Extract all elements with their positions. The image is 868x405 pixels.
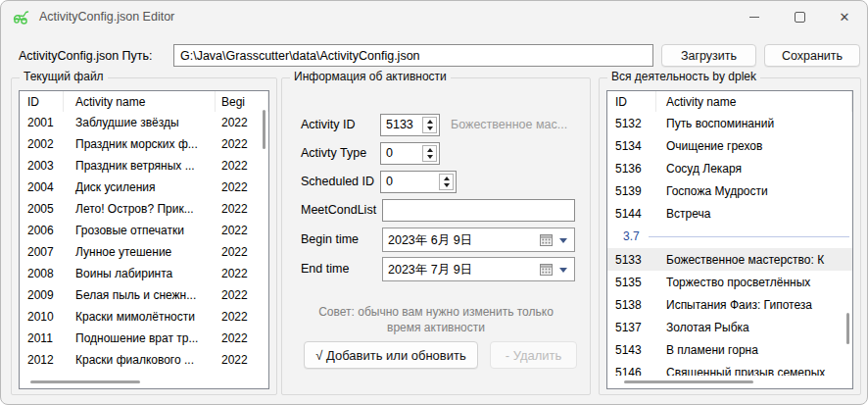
all-activities-group-title: Вся деятельность by dplek	[607, 70, 760, 83]
meet-cond-list-input[interactable]	[382, 199, 575, 222]
group-divider	[649, 236, 849, 237]
column-header[interactable]: ID	[20, 91, 64, 112]
cell: 2007	[20, 245, 64, 259]
delete-button[interactable]: - Удалить	[490, 341, 577, 369]
table-row[interactable]: 2005Лето! Остров? Прик...2022	[20, 198, 268, 220]
cell: Белая пыль и снежн...	[64, 288, 216, 302]
cell: 2022	[216, 245, 268, 259]
end-time-value: 2023年 7月 9日	[388, 262, 472, 278]
table-row[interactable]: 2003Праздник ветряных ...2022	[20, 155, 268, 177]
table-row[interactable]: 2001Заблудшие звёзды2022	[20, 112, 268, 133]
app-window: ActivityConfig.json Editor ✕ ActivityCon…	[0, 0, 868, 405]
column-header[interactable]: Activity name	[656, 91, 852, 112]
cell: 5143	[607, 343, 656, 357]
cell: 2004	[20, 180, 64, 194]
cell: 5136	[607, 162, 656, 176]
window-controls: ✕	[732, 1, 867, 32]
title-bar: ActivityConfig.json Editor ✕	[1, 1, 867, 32]
end-time-picker[interactable]: 2023年 7月 9日	[382, 257, 575, 281]
activity-id-stepper[interactable]: 5133	[380, 114, 440, 136]
minimize-icon	[749, 17, 759, 18]
activity-name-hint: Божественное мас...	[451, 118, 567, 131]
save-button[interactable]: Сохранить	[764, 44, 860, 67]
table-row[interactable]: 5144Встреча	[607, 202, 852, 225]
maximize-icon	[795, 12, 805, 23]
activity-type-spin-buttons	[422, 145, 437, 162]
window-title: ActivityConfig.json Editor	[39, 10, 174, 24]
current-file-group: Текущий файл IDActivity nameBegi 2001Заб…	[11, 77, 277, 395]
end-time-label: End time	[301, 262, 349, 276]
column-header[interactable]: Activity name	[64, 91, 216, 112]
table-row[interactable]: 5139Госпожа Мудрости	[607, 179, 852, 202]
begin-time-picker[interactable]: 2023年 6月 9日	[382, 228, 575, 252]
cell: 5134	[607, 139, 656, 153]
table-row[interactable]: 5138Испытания Фаиз: Гипотеза	[607, 293, 852, 316]
column-header[interactable]: ID	[607, 91, 656, 112]
current-file-group-title: Текущий файл	[20, 70, 108, 83]
spin-down-button[interactable]	[423, 126, 436, 133]
cell: Краски фиалкового ...	[64, 353, 216, 367]
table-row[interactable]: 2010Краски мимолётности2022	[20, 306, 268, 328]
column-header[interactable]: Begi	[216, 91, 268, 112]
close-button[interactable]: ✕	[822, 1, 867, 32]
all-activities-vscroll-thumb[interactable]	[846, 313, 849, 344]
hscroll-thumb[interactable]	[624, 380, 753, 383]
cell: 2012	[20, 353, 64, 367]
spin-up-button[interactable]	[423, 146, 436, 154]
table-row[interactable]: 5143В пламени горна	[607, 338, 852, 361]
meet-cond-list-label: MeetCondList	[301, 203, 376, 217]
cell: 5137	[607, 321, 656, 334]
arrow-up-icon	[427, 148, 433, 152]
table-row[interactable]: 5136Сосуд Лекаря	[607, 157, 852, 179]
cell: Божественное мастерство: К	[656, 253, 852, 267]
table-row[interactable]: 5132Путь воспоминаний	[607, 112, 852, 134]
all-activities-rows: 5132Путь воспоминаний5134Очищение грехов…	[607, 112, 852, 383]
cell: 2022	[216, 137, 268, 151]
maximize-button[interactable]	[777, 1, 822, 32]
load-button[interactable]: Загрузить	[661, 44, 756, 67]
spin-up-button[interactable]	[423, 118, 436, 126]
table-row[interactable]: 2008Воины лабиринта2022	[20, 263, 268, 284]
activity-type-stepper[interactable]: 0	[380, 142, 440, 165]
table-row[interactable]: 2002Праздник морских ф...2022	[20, 133, 268, 155]
group-label: 3.7	[623, 229, 640, 243]
spin-up-button[interactable]	[440, 175, 453, 182]
minimize-button[interactable]	[732, 1, 777, 32]
hscroll-thumb[interactable]	[30, 380, 140, 383]
all-activities-hscrollbar	[608, 376, 851, 388]
table-row[interactable]: 5133Божественное мастерство: К	[607, 248, 852, 271]
cell: 2003	[20, 159, 64, 173]
cell: Лунное утешение	[64, 245, 216, 259]
cell: Встреча	[656, 207, 852, 221]
scheduled-id-stepper[interactable]: 0	[380, 171, 457, 193]
table-row[interactable]: 5137Золотая Рыбка	[607, 316, 852, 338]
begin-time-value: 2023年 6月 9日	[388, 232, 472, 249]
table-row[interactable]: 2004Диск усиления2022	[20, 177, 268, 198]
calendar-icon	[540, 233, 553, 246]
all-activities-table: IDActivity name 5132Путь воспоминаний513…	[606, 90, 853, 389]
spin-down-button[interactable]	[423, 154, 436, 162]
table-row[interactable]: 2012Краски фиалкового ...2022	[20, 349, 268, 371]
table-row[interactable]: 2009Белая пыль и снежн...2022	[20, 284, 268, 306]
add-or-update-button[interactable]: √ Добавить или обновить	[304, 341, 478, 369]
current-file-table: IDActivity nameBegi 2001Заблудшие звёзды…	[19, 90, 269, 389]
group-header-row[interactable]: 3.7	[607, 225, 852, 248]
cell: 5138	[607, 298, 656, 312]
cell: 5144	[607, 207, 656, 221]
table-row[interactable]: 5134Очищение грехов	[607, 134, 852, 157]
current-file-rows: 2001Заблудшие звёзды20222002Праздник мор…	[20, 112, 268, 389]
table-row[interactable]: 5135Торжество просветлённых	[607, 271, 852, 293]
table-row[interactable]: 2006Грозовые отпечатки2022	[20, 220, 268, 241]
path-input[interactable]	[173, 44, 653, 67]
cell: 2006	[20, 224, 64, 237]
cell: 2022	[216, 310, 268, 324]
table-row[interactable]: 2011Подношение врат тр...2022	[20, 328, 268, 349]
cell: 2022	[216, 116, 268, 129]
cell: 2022	[216, 224, 268, 237]
table-row[interactable]: 2007Лунное утешение2022	[20, 241, 268, 263]
cell: Госпожа Мудрости	[656, 184, 852, 198]
cell: 2002	[20, 137, 64, 151]
spin-down-button[interactable]	[440, 182, 453, 190]
cell: Лето! Остров? Прик...	[64, 202, 216, 216]
current-file-vscroll-thumb[interactable]	[263, 110, 265, 149]
